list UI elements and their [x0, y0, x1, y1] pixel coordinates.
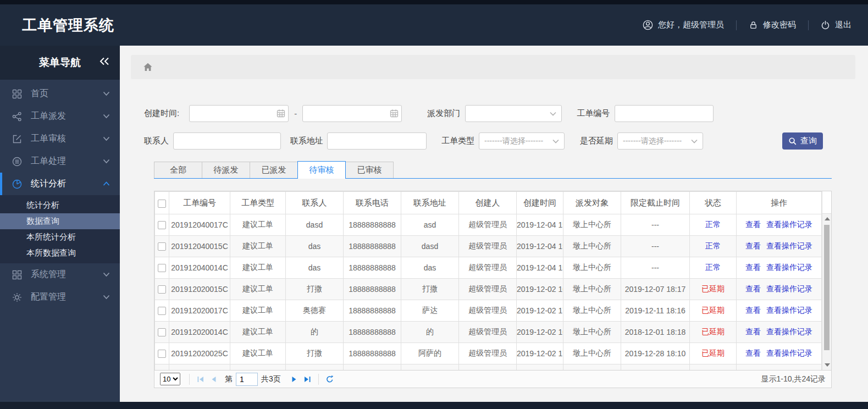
first-page-button[interactable] — [194, 373, 207, 386]
cell-address: asd — [401, 214, 459, 236]
submenu-item-local-data-query[interactable]: 本所数据查询 — [0, 245, 120, 261]
created-from-input[interactable] — [189, 105, 289, 122]
submenu-item-statistics[interactable]: 统计分析 — [0, 197, 120, 213]
divider — [189, 374, 190, 385]
submenu-item-data-query[interactable]: 数据查询 — [0, 213, 120, 229]
status-badge: 已延期 — [701, 306, 725, 314]
view-link[interactable]: 查看 — [745, 220, 761, 229]
view-link[interactable]: 查看 — [745, 306, 761, 314]
view-link[interactable]: 查看 — [745, 327, 761, 336]
top-strip — [0, 0, 868, 4]
row-checkbox[interactable] — [158, 221, 166, 229]
divider — [736, 20, 737, 30]
tab-dispatched[interactable]: 已派发 — [250, 162, 298, 178]
row-checkbox[interactable] — [158, 328, 166, 336]
column-header: 联系人 — [286, 192, 344, 214]
status-badge: 已延期 — [701, 349, 725, 357]
sidebar-item-process[interactable]: 工单处理 — [0, 150, 120, 173]
calendar-icon[interactable] — [277, 109, 285, 118]
order-no-input[interactable] — [615, 105, 714, 122]
sidebar-item-dispatch[interactable]: 工单派发 — [0, 105, 120, 128]
cell-target: 墩上中心所 — [563, 322, 621, 343]
row-checkbox[interactable] — [158, 350, 166, 358]
order-type-select[interactable]: -------请选择------- — [479, 132, 565, 150]
tab-reviewed[interactable]: 已审核 — [345, 162, 394, 178]
user-greeting[interactable]: 您好，超级管理员 — [643, 20, 724, 30]
scrollbar-track[interactable] — [822, 214, 831, 370]
cell-deadline: 2019-12-11 18:16 — [621, 300, 690, 322]
address-input[interactable] — [327, 132, 427, 150]
tab-label: 待审核 — [309, 165, 334, 175]
table-row-partial — [155, 364, 822, 371]
contact-field — [173, 132, 281, 150]
page-number-input[interactable] — [236, 373, 258, 386]
next-page-button[interactable] — [288, 373, 301, 386]
dispatch-dept-select[interactable] — [465, 105, 562, 122]
share-icon — [12, 112, 23, 121]
scroll-down-arrow[interactable] — [825, 363, 830, 367]
page-size-select[interactable]: 10 — [160, 373, 180, 385]
view-log-link[interactable]: 查看操作记录 — [766, 349, 812, 357]
sidebar-item-system[interactable]: 系统管理 — [0, 263, 120, 286]
tab-pending-dispatch[interactable]: 待派发 — [202, 162, 250, 178]
cell-deadline: 2019-12-07 18:17 — [621, 279, 690, 300]
calendar-icon[interactable] — [390, 109, 399, 118]
row-checkbox[interactable] — [158, 307, 166, 315]
cell-contact: 打撒 — [286, 343, 344, 364]
sidebar-item-home[interactable]: 首页 — [0, 82, 120, 105]
view-log-link[interactable]: 查看操作记录 — [766, 306, 812, 314]
view-link[interactable]: 查看 — [745, 241, 761, 250]
range-separator: - — [294, 109, 297, 118]
row-checkbox[interactable] — [158, 242, 166, 251]
search-button[interactable]: 查询 — [782, 132, 823, 150]
sidebar-item-statistics[interactable]: 统计分析 — [0, 173, 120, 195]
last-page-button[interactable] — [301, 373, 314, 386]
view-log-link[interactable]: 查看操作记录 — [766, 284, 812, 293]
view-log-link[interactable]: 查看操作记录 — [766, 241, 812, 250]
tab-pending-review[interactable]: 待审核 — [297, 161, 346, 179]
sidebar-collapse-button[interactable] — [99, 57, 110, 65]
status-badge: 已延期 — [701, 327, 725, 336]
view-log-link[interactable]: 查看操作记录 — [766, 220, 812, 229]
cell-type: 建议工单 — [230, 236, 286, 257]
sidebar-item-review[interactable]: 工单审核 — [0, 128, 120, 150]
view-log-link[interactable]: 查看操作记录 — [766, 263, 812, 272]
submenu-item-local-statistics[interactable]: 本所统计分析 — [0, 229, 120, 245]
record-summary: 显示1-10,共24记录 — [761, 374, 826, 384]
cell-creator: 超级管理员 — [459, 257, 517, 279]
select-all-checkbox[interactable] — [158, 200, 166, 208]
scroll-up-arrow[interactable] — [825, 217, 830, 220]
cell-created: 2019-12-02 17 — [517, 300, 563, 322]
view-link[interactable]: 查看 — [745, 263, 761, 272]
topbar: 工单管理系统 您好，超级管理员 修改密 — [0, 4, 868, 46]
refresh-icon[interactable] — [323, 373, 336, 386]
tab-all[interactable]: 全部 — [154, 162, 202, 178]
view-link[interactable]: 查看 — [745, 349, 761, 357]
previous-page-button[interactable] — [207, 373, 220, 386]
cell-phone: 18888888888 — [344, 236, 401, 257]
cell-order-id: 201912020014C — [169, 322, 230, 343]
view-link[interactable]: 查看 — [745, 284, 761, 293]
cell-target: 墩上中心所 — [563, 214, 621, 236]
row-checkbox[interactable] — [158, 285, 166, 294]
scrollbar-thumb[interactable] — [824, 225, 830, 350]
view-log-link[interactable]: 查看操作记录 — [766, 327, 812, 336]
cell-creator: 超级管理员 — [459, 279, 517, 300]
address-label: 联系地址 — [290, 136, 323, 146]
contact-input[interactable] — [173, 132, 281, 150]
created-to-input[interactable] — [302, 105, 402, 122]
status-badge: 正常 — [705, 241, 721, 250]
cell-deadline: --- — [621, 257, 690, 279]
row-checkbox[interactable] — [158, 264, 166, 272]
cell-order-id: 201912020015C — [169, 279, 230, 300]
statistics-submenu: 统计分析 数据查询 本所统计分析 本所数据查询 — [0, 195, 120, 263]
delay-select[interactable]: -------请选择------- — [617, 132, 703, 150]
logout-link[interactable]: 退出 — [821, 20, 852, 30]
cell-created: 2019-12-04 15 — [517, 214, 563, 236]
sidebar-item-config[interactable]: 配置管理 — [0, 286, 120, 308]
chevron-down-icon — [103, 136, 110, 141]
gear-icon — [12, 292, 23, 302]
chevron-down-icon — [552, 139, 559, 143]
change-password-link[interactable]: 修改密码 — [749, 20, 796, 30]
home-icon[interactable] — [143, 63, 153, 71]
